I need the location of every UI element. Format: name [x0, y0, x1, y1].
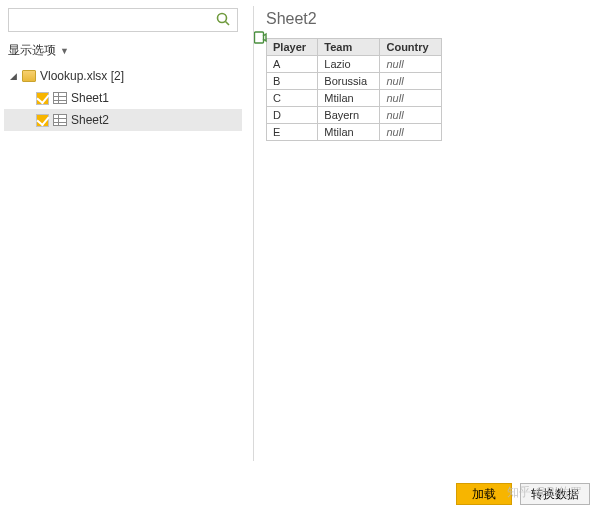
tree-sheet-node[interactable]: Sheet1: [4, 87, 242, 109]
svg-rect-2: [255, 32, 264, 43]
table-row[interactable]: ALazionull: [267, 56, 442, 73]
cell: Mtilan: [318, 124, 380, 141]
tree-file-node[interactable]: ◢ Vlookup.xlsx [2]: [4, 65, 242, 87]
cell: A: [267, 56, 318, 73]
table-row[interactable]: CMtilannull: [267, 90, 442, 107]
tree-file-label: Vlookup.xlsx [2]: [40, 69, 124, 83]
caret-down-icon[interactable]: ◢: [8, 71, 18, 81]
transform-data-button[interactable]: 转换数据: [520, 483, 590, 505]
load-button[interactable]: 加载: [456, 483, 512, 505]
cell: Borussia: [318, 73, 380, 90]
display-options[interactable]: 显示选项 ▼: [0, 36, 246, 65]
cell: Mtilan: [318, 90, 380, 107]
folder-icon: [22, 70, 36, 82]
cell: E: [267, 124, 318, 141]
cell: null: [380, 107, 442, 124]
cell: null: [380, 90, 442, 107]
checkbox-checked-icon[interactable]: [36, 114, 49, 127]
column-header[interactable]: Player: [267, 39, 318, 56]
table-row[interactable]: DBayernnull: [267, 107, 442, 124]
cell: D: [267, 107, 318, 124]
svg-point-0: [218, 14, 227, 23]
search-box[interactable]: [8, 8, 238, 32]
preview-pane: Sheet2 Player Team Country ALazionullBBo…: [246, 0, 600, 511]
cell: C: [267, 90, 318, 107]
tree-sheet-node[interactable]: Sheet2: [4, 109, 242, 131]
checkbox-checked-icon[interactable]: [36, 92, 49, 105]
preview-title: Sheet2: [266, 10, 594, 28]
tree-sheet-label: Sheet2: [71, 113, 109, 127]
chevron-down-icon: ▼: [60, 46, 69, 56]
cell: Bayern: [318, 107, 380, 124]
cell: null: [380, 73, 442, 90]
cell: B: [267, 73, 318, 90]
table-icon: [53, 92, 67, 104]
cell: null: [380, 56, 442, 73]
display-options-label: 显示选项: [8, 42, 56, 59]
refresh-icon[interactable]: [252, 30, 268, 46]
preview-table: Player Team Country ALazionullBBorussian…: [266, 38, 442, 141]
column-header[interactable]: Country: [380, 39, 442, 56]
table-icon: [53, 114, 67, 126]
navigator-tree: ◢ Vlookup.xlsx [2] Sheet1 Sheet2: [0, 65, 246, 131]
search-input[interactable]: [9, 9, 211, 29]
cell: Lazio: [318, 56, 380, 73]
search-icon[interactable]: [215, 11, 233, 29]
vertical-divider: [253, 6, 254, 461]
table-row[interactable]: EMtilannull: [267, 124, 442, 141]
tree-sheet-label: Sheet1: [71, 91, 109, 105]
cell: null: [380, 124, 442, 141]
dialog-footer: 加载 转换数据: [456, 483, 590, 505]
table-row[interactable]: BBorussianull: [267, 73, 442, 90]
svg-line-1: [226, 22, 230, 26]
navigator-pane: 显示选项 ▼ ◢ Vlookup.xlsx [2] Sheet1 Sheet2: [0, 0, 246, 511]
column-header[interactable]: Team: [318, 39, 380, 56]
